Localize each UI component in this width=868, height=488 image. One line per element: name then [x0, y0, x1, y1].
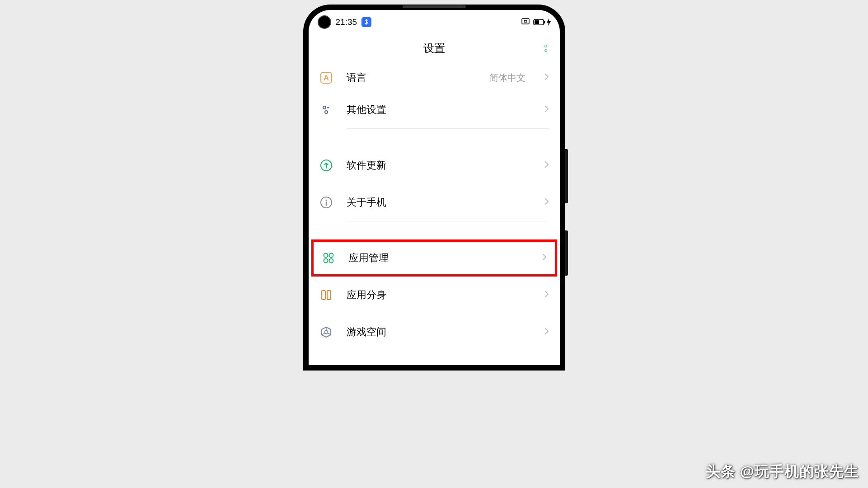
usb-icon [361, 17, 371, 27]
side-button [565, 149, 568, 203]
svg-point-11 [325, 111, 328, 113]
other-settings-icon [319, 103, 333, 117]
chevron-right-icon [544, 291, 549, 300]
svg-point-14 [325, 200, 327, 201]
apps-icon [322, 251, 335, 265]
item-label: 游戏空间 [347, 325, 531, 339]
svg-rect-19 [322, 291, 325, 300]
chevron-right-icon [544, 161, 549, 170]
phone-screen: 21:35 设置 [309, 10, 560, 365]
item-label: 关于手机 [347, 196, 531, 209]
charging-icon [547, 19, 551, 26]
page-header: 设置 [309, 33, 560, 64]
camera-hole [318, 15, 331, 29]
settings-item-game-space[interactable]: 游戏空间 [319, 314, 549, 351]
svg-point-10 [327, 107, 329, 108]
phone-speaker [403, 5, 466, 8]
screenshot-icon [521, 18, 530, 26]
item-label: 语言 [347, 71, 476, 84]
settings-item-software-update[interactable]: 软件更新 [319, 147, 549, 184]
settings-list: A 语言 简体中文 其他设置 [309, 64, 560, 351]
chevron-right-icon [544, 198, 549, 207]
svg-rect-1 [367, 23, 368, 23]
svg-text:A: A [324, 74, 329, 82]
svg-rect-20 [327, 291, 331, 300]
svg-rect-6 [544, 21, 545, 23]
more-icon[interactable] [544, 45, 547, 52]
language-icon: A [319, 71, 333, 84]
chevron-right-icon [544, 328, 549, 337]
svg-rect-3 [524, 20, 527, 22]
settings-item-app-clone[interactable]: 应用分身 [319, 277, 549, 314]
page-title: 设置 [423, 41, 445, 56]
chevron-right-icon [544, 105, 549, 114]
chevron-right-icon [542, 253, 547, 263]
settings-item-app-management[interactable]: 应用管理 [322, 242, 547, 274]
highlight-box: 应用管理 [311, 239, 557, 277]
status-time: 21:35 [336, 17, 357, 27]
item-label: 其他设置 [347, 103, 531, 117]
item-label: 应用管理 [349, 251, 529, 265]
svg-point-21 [324, 331, 328, 334]
watermark: 头条 @玩手机的张先生 [706, 462, 859, 482]
item-label: 软件更新 [347, 159, 531, 172]
item-value: 简体中文 [489, 72, 525, 84]
svg-point-15 [324, 253, 328, 258]
svg-point-9 [323, 106, 326, 109]
phone-frame: 21:35 设置 [303, 5, 565, 371]
update-icon [319, 159, 333, 172]
battery-icon [533, 19, 551, 26]
item-label: 应用分身 [347, 288, 531, 302]
settings-item-other[interactable]: 其他设置 [319, 91, 549, 128]
app-clone-icon [319, 288, 333, 302]
info-icon [319, 196, 333, 209]
settings-item-language[interactable]: A 语言 简体中文 [319, 64, 549, 91]
settings-item-about[interactable]: 关于手机 [319, 184, 549, 221]
svg-point-17 [324, 259, 328, 263]
svg-rect-2 [522, 19, 529, 24]
svg-point-18 [329, 259, 333, 263]
svg-point-16 [329, 253, 333, 258]
status-bar: 21:35 [309, 10, 560, 33]
side-button [565, 230, 568, 276]
svg-rect-5 [535, 20, 539, 24]
game-space-icon [319, 325, 333, 339]
chevron-right-icon [544, 73, 549, 82]
svg-point-0 [365, 23, 366, 24]
